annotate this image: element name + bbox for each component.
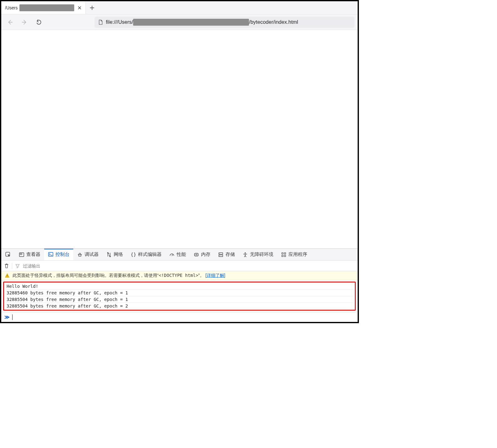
url-prefix: file:///Users/ xyxy=(106,19,133,25)
tab-inspector-label: 查看器 xyxy=(26,252,40,257)
svg-rect-2 xyxy=(20,253,22,255)
svg-rect-13 xyxy=(284,252,286,254)
devtools-panel: 查看器 控制台 调试器 网络 样式编辑器 性能 xyxy=(1,248,358,322)
page-icon xyxy=(98,19,103,25)
style-icon xyxy=(131,252,136,257)
log-line: Hello World! xyxy=(6,283,353,290)
tab-console-label: 控制台 xyxy=(55,252,70,257)
tab-memory[interactable]: 内存 xyxy=(190,249,214,260)
tab-a11y-label: 无障碍环境 xyxy=(250,252,273,257)
console-prompt[interactable]: ≫ xyxy=(1,312,358,322)
accessibility-icon xyxy=(242,252,248,257)
console-filter-row xyxy=(1,261,358,271)
tab-accessibility[interactable]: 无障碍环境 xyxy=(239,249,277,260)
tab-style-editor[interactable]: 样式编辑器 xyxy=(127,249,165,260)
filter-input[interactable] xyxy=(23,263,355,268)
nav-toolbar: file:///Users/ /bytecoder/index.html xyxy=(1,14,358,30)
tab-title-redacted xyxy=(19,4,74,11)
console-log-area: Hello World! 32885460 bytes free memory … xyxy=(1,280,358,312)
tab-debugger-label: 调试器 xyxy=(85,252,99,257)
arrow-right-icon xyxy=(21,19,28,26)
application-icon xyxy=(281,252,287,257)
pick-element-button[interactable] xyxy=(1,249,15,260)
tab-perf-label: 性能 xyxy=(177,252,186,257)
tab-strip: /Users xyxy=(1,1,358,14)
console-icon xyxy=(48,252,54,257)
svg-rect-16 xyxy=(7,275,7,276)
tab-apps-label: 应用程序 xyxy=(288,252,307,257)
url-suffix: /bytecoder/index.html xyxy=(249,19,298,25)
quirks-mode-warning: 此页面处于怪异模式，排版布局可能会受到影响。若需要标准模式，请使用“<!DOCT… xyxy=(1,271,358,280)
forward-button[interactable] xyxy=(19,17,30,28)
page-content xyxy=(1,30,358,248)
performance-icon xyxy=(169,252,175,257)
log-line: 32885460 bytes free memory after GC, epo… xyxy=(6,290,353,296)
tab-debugger[interactable]: 调试器 xyxy=(73,249,102,260)
log-line: 32885504 bytes free memory after GC, epo… xyxy=(6,303,353,309)
svg-rect-15 xyxy=(284,255,286,257)
close-icon xyxy=(77,6,82,10)
tab-style-label: 样式编辑器 xyxy=(138,252,162,257)
back-button[interactable] xyxy=(4,17,16,28)
inspector-icon xyxy=(19,252,24,257)
svg-point-11 xyxy=(245,252,246,253)
new-tab-button[interactable] xyxy=(86,1,98,14)
tab-storage-label: 存储 xyxy=(225,252,235,257)
text-caret xyxy=(12,314,13,320)
svg-rect-17 xyxy=(7,277,7,277)
tab-performance[interactable]: 性能 xyxy=(165,249,190,260)
log-highlight-box: Hello World! 32885460 bytes free memory … xyxy=(3,282,356,311)
separator xyxy=(12,263,12,269)
trash-icon xyxy=(4,263,9,269)
browser-tab[interactable]: /Users xyxy=(1,1,86,14)
svg-rect-5 xyxy=(195,253,198,256)
warning-text: 此页面处于怪异模式，排版布局可能会受到影响。若需要标准模式，请使用“<!DOCT… xyxy=(13,273,225,278)
svg-rect-7 xyxy=(219,252,223,254)
debugger-icon xyxy=(77,252,83,257)
tab-network-label: 网络 xyxy=(114,252,123,257)
svg-rect-12 xyxy=(282,252,283,254)
plus-icon xyxy=(90,5,95,10)
tab-storage[interactable]: 存储 xyxy=(214,249,239,260)
tab-console[interactable]: 控制台 xyxy=(44,249,73,260)
tab-memory-label: 内存 xyxy=(201,252,210,257)
browser-window: /Users file:///Users/ /byte xyxy=(0,0,359,323)
url-bar[interactable]: file:///Users/ /bytecoder/index.html xyxy=(95,17,355,28)
warning-text-a: 此页面处于怪异模式，排版布局可能会受到影响。若需要标准模式，请使用“ xyxy=(13,273,159,278)
storage-icon xyxy=(218,252,224,257)
reload-button[interactable] xyxy=(33,17,44,28)
svg-point-10 xyxy=(220,255,220,256)
tab-application[interactable]: 应用程序 xyxy=(277,249,311,260)
svg-rect-3 xyxy=(49,252,53,257)
svg-rect-4 xyxy=(79,255,81,256)
reload-icon xyxy=(36,19,42,25)
svg-point-9 xyxy=(220,253,220,253)
clear-console-button[interactable] xyxy=(4,263,9,269)
tab-inspector[interactable]: 查看器 xyxy=(15,249,44,260)
warning-text-b: ”。 xyxy=(198,273,205,278)
svg-rect-8 xyxy=(219,255,223,256)
arrow-left-icon xyxy=(7,19,13,26)
memory-icon xyxy=(194,252,199,257)
warning-icon xyxy=(4,273,10,278)
url-text: file:///Users/ /bytecoder/index.html xyxy=(106,19,298,26)
filter-icon xyxy=(15,263,20,269)
svg-rect-14 xyxy=(282,255,283,257)
cursor-box-icon xyxy=(5,252,11,258)
devtools-tabs: 查看器 控制台 调试器 网络 样式编辑器 性能 xyxy=(1,249,358,261)
tab-network[interactable]: 网络 xyxy=(102,249,127,260)
learn-more-link[interactable]: [详细了解] xyxy=(205,273,225,278)
log-line: 32885504 bytes free memory after GC, epo… xyxy=(6,296,353,303)
close-tab-button[interactable] xyxy=(76,6,83,10)
svg-point-6 xyxy=(196,254,197,255)
warning-doctype: <!DOCTYPE html> xyxy=(159,273,198,278)
network-icon xyxy=(106,252,112,257)
tab-title-prefix: /Users xyxy=(5,5,18,10)
url-redacted xyxy=(133,19,249,26)
prompt-chevron-icon: ≫ xyxy=(4,314,10,320)
